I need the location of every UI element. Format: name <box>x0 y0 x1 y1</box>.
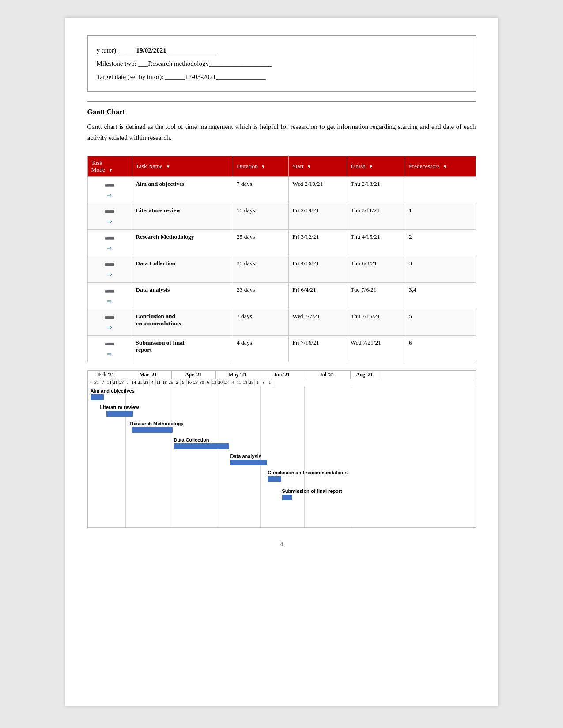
start-cell: Wed 2/10/21 <box>289 176 347 203</box>
arrow-icon: ▼ <box>261 164 265 169</box>
start-cell: Fri 6/4/21 <box>289 282 347 309</box>
gantt-bar <box>282 495 292 500</box>
table-row: ➖⇒Data Collection35 daysFri 4/16/21Thu 6… <box>87 256 476 282</box>
gantt-day-label: 28 <box>119 379 125 386</box>
gantt-day-label: 1 <box>255 379 261 386</box>
start-cell: Fri 4/16/21 <box>289 256 347 282</box>
gantt-bar-chart: Feb '21Mar '21Apr '21May '21Jun '21Jul '… <box>87 370 476 528</box>
gantt-day-label: 14 <box>106 379 113 386</box>
predecessors-cell: 2 <box>405 229 476 256</box>
task-table: TaskMode ▼ Task Name ▼ Duration ▼ Start … <box>87 156 476 362</box>
table-row: ➖⇒Research Methodology25 daysFri 3/12/21… <box>87 229 476 256</box>
task-mode-cell: ➖⇒ <box>87 256 132 282</box>
gantt-day-label: 4 <box>88 379 94 386</box>
task-mode-cell: ➖⇒ <box>87 203 132 229</box>
gantt-day-label: 7 <box>125 379 131 386</box>
gantt-month-label: Jul '21 <box>304 371 351 379</box>
duration-cell: 25 days <box>233 229 288 256</box>
table-row: ➖⇒Conclusion andrecommendations7 daysWed… <box>87 309 476 335</box>
gantt-day-label: 18 <box>242 379 249 386</box>
header-line1: y tutor): _____19/02/2021_______________ <box>97 44 467 57</box>
gantt-bar-label: Aim and objectives <box>91 388 135 394</box>
gantt-description: Gantt chart is defined as the tool of ti… <box>87 121 476 143</box>
task-name-cell: Research Methodology <box>132 229 233 256</box>
gantt-bar <box>91 394 104 400</box>
duration-cell: 23 days <box>233 282 288 309</box>
page: y tutor): _____19/02/2021_______________… <box>65 18 498 706</box>
gantt-month-label: Mar '21 <box>125 371 172 379</box>
table-row: ➖⇒Aim and objectives7 daysWed 2/10/21Thu… <box>87 176 476 203</box>
th-start: Start ▼ <box>289 156 347 176</box>
th-task-mode: TaskMode ▼ <box>87 156 132 176</box>
header-section: y tutor): _____19/02/2021_______________… <box>87 35 476 92</box>
th-task-name: Task Name ▼ <box>132 156 233 176</box>
finish-cell: Thu 6/3/21 <box>347 256 405 282</box>
gantt-day-label: 11 <box>236 379 242 386</box>
task-name-cell: Literature review <box>132 203 233 229</box>
predecessors-cell: 3,4 <box>405 282 476 309</box>
th-predecessors: Predecessors ▼ <box>405 156 476 176</box>
gantt-bar <box>174 443 229 449</box>
page-number: 4 <box>87 541 476 548</box>
gantt-day-label: 28 <box>144 379 150 386</box>
th-finish: Finish ▼ <box>347 156 405 176</box>
task-name-cell: Data analysis <box>132 282 233 309</box>
task-name-cell: Aim and objectives <box>132 176 233 203</box>
gantt-day-label: 4 <box>150 379 156 386</box>
gantt-bar <box>268 476 281 482</box>
gantt-day-label: 27 <box>224 379 230 386</box>
task-mode-icon: ➖⇒ <box>105 287 114 305</box>
task-mode-cell: ➖⇒ <box>87 282 132 309</box>
start-cell: Fri 7/16/21 <box>289 335 347 362</box>
arrow-icon: ▼ <box>443 164 447 169</box>
gantt-month-label: Jun '21 <box>260 371 304 379</box>
gantt-day-label: 8 <box>261 379 267 386</box>
gantt-day-label: 2 <box>174 379 181 386</box>
gantt-day-label: 7 <box>100 379 106 386</box>
table-header-row: TaskMode ▼ Task Name ▼ Duration ▼ Start … <box>87 156 476 176</box>
gantt-bars-area: Aim and objectivesLiterature reviewResea… <box>88 386 476 527</box>
gantt-bar-label: Submission of final report <box>282 488 342 494</box>
gantt-day-label: 25 <box>168 379 174 386</box>
task-mode-icon: ➖⇒ <box>105 340 114 358</box>
header-line1-prefix: y tutor): _____ <box>97 47 136 54</box>
gantt-bar-label: Data analysis <box>230 454 261 459</box>
gantt-bar-label: Research Methodology <box>130 421 184 426</box>
start-cell: Fri 3/12/21 <box>289 229 347 256</box>
gantt-day-label: 14 <box>131 379 137 386</box>
task-mode-cell: ➖⇒ <box>87 309 132 335</box>
predecessors-cell <box>405 176 476 203</box>
gantt-chart-title: Gantt Chart <box>87 108 476 116</box>
header-line2: Milestone two: ___Research methodology__… <box>97 57 467 70</box>
header-date: 19/02/2021 <box>136 47 166 54</box>
predecessors-cell: 1 <box>405 203 476 229</box>
gantt-day-label: 13 <box>212 379 218 386</box>
gantt-day-label: 6 <box>205 379 212 386</box>
predecessors-cell: 3 <box>405 256 476 282</box>
table-row: ➖⇒Literature review15 daysFri 2/19/21Thu… <box>87 203 476 229</box>
gantt-day-label: 18 <box>162 379 168 386</box>
gantt-month-label: Apr '21 <box>172 371 216 379</box>
task-name-cell: Conclusion andrecommendations <box>132 309 233 335</box>
gantt-days-row: 4317142128714212841118252916233061320274… <box>88 379 476 386</box>
predecessors-cell: 5 <box>405 309 476 335</box>
finish-cell: Thu 7/15/21 <box>347 309 405 335</box>
header-line3: Target date (set by tutor): ______12-03-… <box>97 70 467 83</box>
predecessors-cell: 6 <box>405 335 476 362</box>
gantt-day-label: 31 <box>94 379 100 386</box>
section-divider <box>87 101 476 102</box>
arrow-icon: ▼ <box>108 168 113 173</box>
gantt-day-label: 1 <box>267 379 273 386</box>
gantt-bar-label: Conclusion and recommendations <box>268 470 348 475</box>
task-mode-cell: ➖⇒ <box>87 335 132 362</box>
gantt-day-label: 20 <box>218 379 224 386</box>
gantt-months-row: Feb '21Mar '21Apr '21May '21Jun '21Jul '… <box>88 371 476 379</box>
gantt-day-label: 25 <box>249 379 255 386</box>
gantt-bar <box>106 411 133 417</box>
duration-cell: 7 days <box>233 309 288 335</box>
gantt-bar-label: Literature review <box>100 405 139 410</box>
duration-cell: 15 days <box>233 203 288 229</box>
gantt-day-label: 9 <box>181 379 187 386</box>
gantt-day-label: 30 <box>199 379 205 386</box>
task-mode-icon: ➖⇒ <box>105 234 114 252</box>
